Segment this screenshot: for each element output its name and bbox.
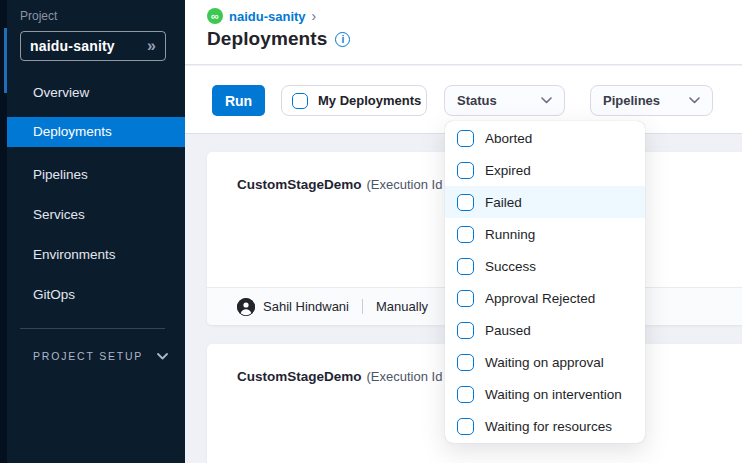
status-option-label: Running (485, 227, 535, 242)
project-label: Project (20, 9, 57, 23)
sidebar-item-environments[interactable]: Environments (7, 240, 185, 270)
title-row: Deployments i (207, 28, 350, 50)
status-option-checkbox[interactable] (457, 322, 474, 339)
status-option-paused[interactable]: Paused (445, 314, 645, 346)
sidebar-item-overview[interactable]: Overview (7, 78, 185, 108)
status-option-label: Approval Rejected (485, 291, 595, 306)
status-option-label: Aborted (485, 131, 532, 146)
status-option-label: Waiting on intervention (485, 387, 622, 402)
my-deployments-label: My Deployments (318, 93, 421, 108)
chevron-down-icon (689, 97, 700, 104)
project-selector[interactable]: naidu-sanity » (20, 31, 166, 61)
pipelines-filter-label: Pipelines (603, 93, 660, 108)
status-option-label: Failed (485, 195, 522, 210)
sidebar-item-services[interactable]: Services (7, 200, 185, 230)
project-name: naidu-sanity (30, 38, 147, 54)
cd-module-icon: ∞ (207, 8, 223, 24)
status-option-checkbox[interactable] (457, 258, 474, 275)
status-option-waiting-on-intervention[interactable]: Waiting on intervention (445, 378, 645, 410)
status-option-checkbox[interactable] (457, 194, 474, 211)
trigger-type: Manually (376, 299, 428, 314)
status-option-checkbox[interactable] (457, 130, 474, 147)
execution-id-text: (Execution Id (367, 177, 443, 192)
status-option-failed[interactable]: Failed (445, 186, 645, 218)
status-option-checkbox[interactable] (457, 418, 474, 435)
project-expand-icon[interactable]: » (147, 37, 156, 55)
chevron-down-icon (541, 97, 552, 104)
info-icon[interactable]: i (335, 32, 350, 47)
page-title: Deployments (207, 28, 327, 50)
status-option-label: Expired (485, 163, 531, 178)
status-option-label: Waiting for resources (485, 419, 612, 434)
status-option-running[interactable]: Running (445, 218, 645, 250)
status-option-label: Success (485, 259, 536, 274)
project-setup-section[interactable]: PROJECT SETUP (33, 350, 168, 362)
project-sidebar: Project naidu-sanity » Overview Deployme… (0, 0, 185, 463)
status-option-success[interactable]: Success (445, 250, 645, 282)
status-option-aborted[interactable]: Aborted (445, 122, 645, 154)
status-option-label: Paused (485, 323, 531, 338)
status-filter-select[interactable]: Status (444, 85, 565, 116)
execution-id-text: (Execution Id (367, 369, 443, 384)
my-deployments-filter[interactable]: My Deployments (281, 85, 427, 116)
breadcrumb-project-link[interactable]: naidu-sanity (229, 9, 306, 24)
chevron-down-icon (157, 353, 168, 360)
status-option-label: Waiting on approval (485, 355, 604, 370)
pipeline-name: CustomStageDemo (237, 369, 362, 384)
sidebar-item-gitops[interactable]: GitOps (7, 280, 185, 310)
status-dropdown-menu: Aborted Expired Failed Running Success A… (445, 121, 645, 443)
user-avatar-icon (237, 298, 255, 316)
footer-separator (362, 299, 363, 314)
status-option-waiting-for-resources[interactable]: Waiting for resources (445, 410, 645, 442)
triggered-by-user: Sahil Hindwani (263, 299, 349, 314)
my-deployments-checkbox[interactable] (292, 93, 308, 109)
pipeline-name: CustomStageDemo (237, 177, 362, 192)
status-option-waiting-on-approval[interactable]: Waiting on approval (445, 346, 645, 378)
project-setup-label: PROJECT SETUP (33, 350, 143, 362)
breadcrumb-chevron-icon: › (312, 8, 317, 24)
status-option-checkbox[interactable] (457, 226, 474, 243)
sidebar-item-pipelines[interactable]: Pipelines (7, 160, 185, 190)
status-option-checkbox[interactable] (457, 386, 474, 403)
run-button[interactable]: Run (212, 85, 265, 116)
status-option-checkbox[interactable] (457, 354, 474, 371)
page-header: ∞ naidu-sanity › Deployments i (185, 0, 742, 65)
status-option-approval-rejected[interactable]: Approval Rejected (445, 282, 645, 314)
breadcrumb: ∞ naidu-sanity › (207, 8, 316, 24)
pipelines-filter-select[interactable]: Pipelines (590, 85, 713, 116)
sidebar-item-deployments[interactable]: Deployments (7, 117, 185, 147)
status-filter-label: Status (457, 93, 497, 108)
status-option-checkbox[interactable] (457, 290, 474, 307)
module-rail[interactable] (0, 0, 7, 463)
status-option-checkbox[interactable] (457, 162, 474, 179)
status-option-expired[interactable]: Expired (445, 154, 645, 186)
sidebar-divider (20, 328, 165, 329)
